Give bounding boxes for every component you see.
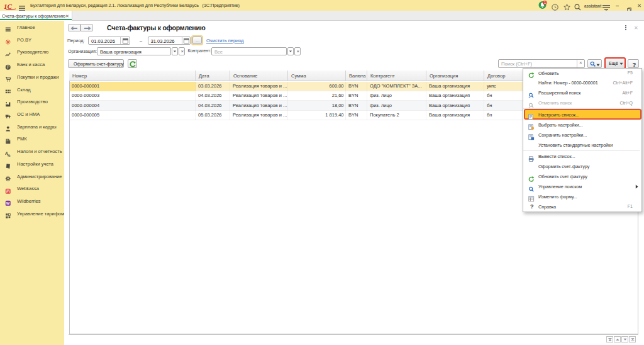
svg-text:%: % (8, 154, 11, 157)
svg-text:1: 1 (544, 1, 546, 4)
svg-text:1С: 1С (4, 3, 13, 10)
svg-text:Р: Р (7, 65, 9, 69)
svg-text:W: W (6, 202, 10, 206)
